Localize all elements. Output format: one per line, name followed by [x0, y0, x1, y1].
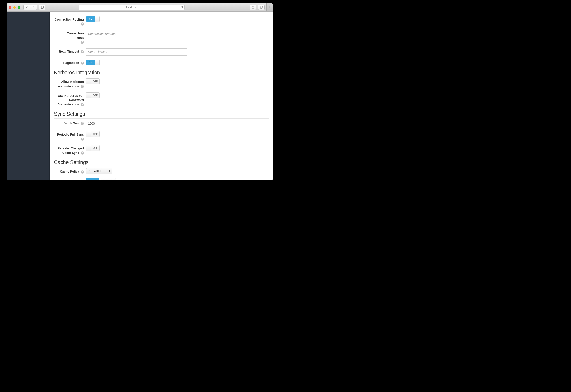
help-icon[interactable]: ?: [81, 41, 84, 44]
chevron-updown-icon: ▲▼: [108, 168, 111, 174]
address-bar[interactable]: localhost: [79, 5, 185, 10]
browser-toolbar: localhost +: [7, 3, 273, 12]
input-batch-size[interactable]: [86, 120, 187, 127]
sidebar-toggle-button[interactable]: [39, 5, 45, 10]
help-icon[interactable]: ?: [81, 138, 84, 141]
row-pagination: Pagination ? ON OFF: [54, 59, 269, 65]
toggle-pagination[interactable]: ON OFF: [86, 59, 100, 65]
toggle-changed-sync[interactable]: ON OFF: [86, 145, 100, 151]
heading-cache: Cache Settings: [54, 160, 269, 167]
label-kerberos-pwauth: Use Kerberos For Password Authentication…: [54, 92, 86, 107]
row-kerberos-pwauth: Use Kerberos For Password Authentication…: [54, 92, 269, 107]
save-button[interactable]: Save: [86, 178, 99, 180]
label-batch-size: Batch Size ?: [54, 120, 86, 126]
toolbar-right: +: [250, 5, 271, 10]
toggle-full-sync[interactable]: ON OFF: [86, 131, 100, 137]
label-read-timeout: Read Timeout ?: [54, 48, 86, 54]
toggle-allow-kerberos[interactable]: ON OFF: [86, 78, 100, 84]
select-cache-policy[interactable]: DEFAULT ▲▼: [86, 168, 113, 174]
row-read-timeout: Read Timeout ?: [54, 48, 269, 56]
label-changed-sync: Periodic Changed Users Sync ?: [54, 145, 86, 155]
label-full-sync: Periodic Full Sync ?: [54, 131, 86, 141]
zoom-window-button[interactable]: [18, 6, 20, 9]
help-icon[interactable]: ?: [81, 122, 84, 125]
forward-button[interactable]: [30, 5, 37, 10]
app-sidebar: [7, 12, 50, 180]
help-icon[interactable]: ?: [81, 85, 84, 88]
back-button[interactable]: [24, 5, 30, 10]
row-cache-policy: Cache Policy ? DEFAULT ▲▼: [54, 168, 269, 174]
reload-icon[interactable]: [180, 6, 183, 9]
page-content: Connection Pooling ? ON OFF Connection T…: [7, 12, 273, 180]
settings-form: Connection Pooling ? ON OFF Connection T…: [50, 12, 273, 180]
nav-back-forward: [23, 5, 37, 10]
row-connection-timeout: Connection Timeout ?: [54, 30, 269, 44]
minimize-window-button[interactable]: [13, 6, 16, 9]
svg-rect-4: [260, 7, 262, 9]
row-actions: Save Cancel: [54, 178, 269, 180]
help-icon[interactable]: ?: [81, 103, 84, 106]
row-connection-pooling: Connection Pooling ? ON OFF: [54, 16, 269, 26]
help-icon[interactable]: ?: [81, 61, 84, 65]
toggle-connection-pooling[interactable]: ON OFF: [86, 16, 100, 22]
svg-rect-0: [41, 6, 44, 9]
safari-window: localhost + Connection Pooling ?: [7, 3, 273, 180]
svg-rect-5: [261, 6, 263, 8]
help-icon[interactable]: ?: [81, 50, 84, 53]
help-icon[interactable]: ?: [81, 23, 84, 26]
row-changed-sync: Periodic Changed Users Sync ? ON OFF: [54, 145, 269, 155]
traffic-lights: [9, 6, 20, 9]
row-full-sync: Periodic Full Sync ? ON OFF: [54, 131, 269, 141]
input-connection-timeout[interactable]: [86, 30, 187, 37]
share-button[interactable]: [250, 5, 256, 10]
row-allow-kerberos: Allow Kerberos authentication ? ON OFF: [54, 78, 269, 88]
address-bar-text: localhost: [126, 6, 137, 9]
input-read-timeout[interactable]: [86, 48, 187, 56]
heading-kerberos: Kerberos Integration: [54, 70, 269, 77]
close-window-button[interactable]: [9, 6, 12, 9]
label-connection-timeout: Connection Timeout ?: [54, 30, 86, 44]
label-connection-pooling: Connection Pooling ?: [54, 16, 86, 26]
row-batch-size: Batch Size ?: [54, 120, 269, 127]
label-cache-policy: Cache Policy ?: [54, 168, 86, 174]
toggle-kerberos-pwauth[interactable]: ON OFF: [86, 92, 100, 98]
tabs-button[interactable]: [258, 5, 265, 10]
heading-sync: Sync Settings: [54, 111, 269, 119]
help-icon[interactable]: ?: [81, 170, 84, 174]
label-pagination: Pagination ?: [54, 59, 86, 65]
cancel-button[interactable]: Cancel: [100, 178, 116, 180]
new-tab-button[interactable]: +: [266, 3, 273, 11]
label-allow-kerberos: Allow Kerberos authentication ?: [54, 78, 86, 88]
help-icon[interactable]: ?: [81, 151, 84, 155]
